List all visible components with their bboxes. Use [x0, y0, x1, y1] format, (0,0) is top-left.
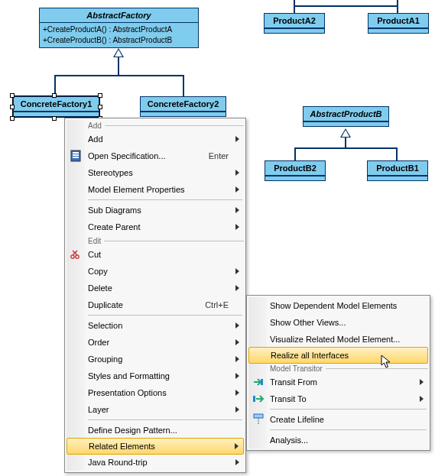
menu-item-java-round-trip[interactable]: Java Round-trip [67, 454, 244, 471]
class-title: AbstractProductB [304, 107, 388, 121]
resize-handle[interactable] [52, 93, 57, 98]
menu-item-styles-formatting[interactable]: Styles and Formatting [67, 368, 244, 384]
menu-item-show-other-views[interactable]: Show Other Views... [248, 314, 428, 331]
uml-class-concretefactory2[interactable]: ConcreteFactory2 [140, 96, 226, 117]
svg-rect-2 [73, 154, 79, 156]
submenu-arrow-icon [235, 224, 239, 230]
generalization-arrow [113, 48, 124, 57]
class-title: ProductA2 [265, 14, 324, 28]
class-title: ConcreteFactory2 [141, 97, 226, 112]
class-title: ProductA1 [368, 14, 428, 28]
menu-item-delete[interactable]: Delete [67, 280, 244, 296]
svg-point-4 [71, 255, 74, 258]
class-body: +CreateProductA() : AbstractProductA +Cr… [40, 23, 198, 47]
menu-item-open-specification[interactable]: Open Specification... Enter [67, 147, 244, 164]
menu-item-selection[interactable]: Selection [67, 317, 244, 334]
menu-item-transit-to[interactable]: Transit To [248, 390, 428, 407]
menu-group-add: Add [88, 120, 244, 131]
submenu-arrow-icon [235, 443, 239, 449]
class-title: AbstractFactory [40, 8, 198, 23]
submenu-arrow-icon [235, 136, 239, 142]
submenu-arrow-icon [235, 406, 239, 413]
menu-item-presentation-options[interactable]: Presentation Options [67, 384, 244, 401]
menu-group-edit: Edit [88, 235, 244, 246]
submenu-arrow-icon [235, 285, 239, 291]
lifeline-icon [252, 413, 265, 426]
resize-handle[interactable] [98, 93, 102, 98]
resize-handle[interactable] [10, 116, 15, 121]
submenu-arrow-icon [235, 356, 239, 362]
menu-item-create-lifeline[interactable]: Create Lifeline [248, 411, 428, 428]
menu-item-define-design-pattern[interactable]: Define Design Pattern... [67, 422, 244, 439]
svg-rect-6 [261, 379, 263, 385]
svg-point-5 [76, 255, 79, 258]
context-menu: Add Add Open Specification... Enter Ster… [64, 118, 246, 473]
menu-item-model-element-properties[interactable]: Model Element Properties [67, 181, 244, 198]
uml-class-abstractproductb[interactable]: AbstractProductB [303, 106, 389, 127]
class-title: ProductB1 [368, 161, 427, 176]
submenu-arrow-icon [235, 459, 239, 465]
resize-handle[interactable] [10, 105, 15, 109]
svg-rect-8 [254, 414, 263, 418]
menu-item-realize-all-interfaces[interactable]: Realize all Interfaces [248, 347, 428, 364]
class-title: ProductB2 [265, 161, 325, 176]
menu-item-grouping[interactable]: Grouping [67, 351, 244, 368]
resize-handle[interactable] [98, 105, 102, 109]
menu-item-stereotypes[interactable]: Stereotypes [67, 164, 244, 181]
submenu-arrow-icon [235, 170, 239, 176]
uml-class-abstractfactory[interactable]: AbstractFactory +CreateProductA() : Abst… [39, 8, 199, 48]
menu-group-model-transitor: Model Transitor [270, 363, 428, 374]
submenu-arrow-icon [235, 207, 239, 213]
class-title: ConcreteFactory1 [14, 97, 99, 112]
submenu-arrow-icon [235, 186, 239, 193]
menu-item-create-parent[interactable]: Create Parent [67, 219, 244, 235]
menu-item-copy[interactable]: Copy [67, 263, 244, 280]
menu-item-sub-diagrams[interactable]: Sub Diagrams [67, 202, 244, 219]
submenu-arrow-icon [420, 379, 424, 385]
submenu-arrow-icon [235, 390, 239, 396]
svg-rect-3 [73, 157, 79, 158]
menu-item-add[interactable]: Add [67, 131, 244, 147]
menu-item-order[interactable]: Order [67, 334, 244, 351]
menu-item-duplicate[interactable]: Duplicate Ctrl+E [67, 296, 244, 313]
transit-to-icon [252, 393, 265, 405]
menu-item-analysis[interactable]: Analysis... [248, 432, 428, 448]
submenu-arrow-icon [420, 396, 424, 402]
uml-class-productb2[interactable]: ProductB2 [265, 160, 326, 181]
svg-rect-7 [253, 396, 255, 402]
submenu-related-elements: Show Dependent Model Elements Show Other… [246, 295, 430, 451]
menu-item-layer[interactable]: Layer [67, 401, 244, 418]
menu-item-related-elements[interactable]: Related Elements [67, 438, 244, 455]
spec-icon [70, 150, 83, 162]
menu-item-transit-from[interactable]: Transit From [248, 374, 428, 390]
scissors-icon [70, 248, 83, 261]
uml-class-producta1[interactable]: ProductA1 [368, 13, 429, 34]
menu-item-cut[interactable]: Cut [67, 246, 244, 263]
uml-class-productb1[interactable]: ProductB1 [367, 160, 428, 181]
transit-from-icon [252, 376, 265, 388]
resize-handle[interactable] [10, 93, 15, 98]
generalization-arrow [340, 128, 351, 138]
svg-rect-1 [73, 152, 79, 154]
submenu-arrow-icon [235, 339, 239, 345]
menu-item-visualize-related[interactable]: Visualize Related Model Element... [248, 331, 428, 348]
submenu-arrow-icon [235, 268, 239, 274]
uml-class-producta2[interactable]: ProductA2 [264, 13, 325, 34]
submenu-arrow-icon [235, 373, 239, 379]
submenu-arrow-icon [235, 322, 239, 329]
uml-class-concretefactory1[interactable]: ConcreteFactory1 [13, 96, 99, 117]
resize-handle[interactable] [52, 116, 57, 121]
menu-item-show-dependent[interactable]: Show Dependent Model Elements [248, 297, 428, 314]
